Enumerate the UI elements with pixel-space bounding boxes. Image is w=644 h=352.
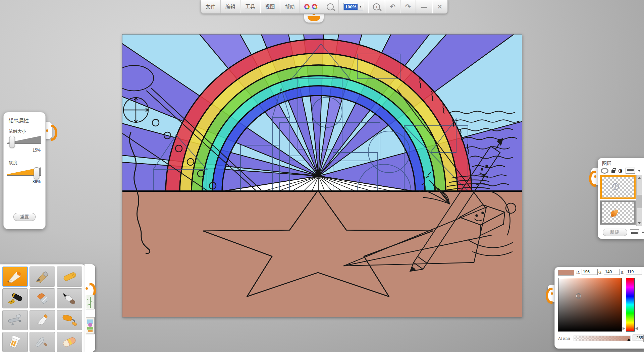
- tool-ink-brush[interactable]: [57, 288, 82, 308]
- alpha-label: Alpha: [558, 336, 571, 341]
- tool-palette-panel: [0, 264, 85, 352]
- tool-paint-roller[interactable]: [57, 310, 82, 330]
- brush-size-slider[interactable]: [7, 136, 41, 146]
- panel-handle-icon[interactable]: [45, 122, 52, 139]
- blue-input[interactable]: [626, 269, 642, 275]
- softness-label: 软度: [9, 160, 17, 166]
- wood-pencil-icon: [34, 270, 51, 283]
- alpha-marker-icon[interactable]: [627, 338, 631, 341]
- tool-sharp-pencil[interactable]: [2, 267, 28, 287]
- scene-icon: [86, 317, 94, 334]
- reset-button[interactable]: 重置: [13, 213, 36, 221]
- layer-row-1[interactable]: [600, 175, 636, 199]
- layer-1-sketch: [602, 177, 634, 197]
- drawing-canvas[interactable]: [122, 34, 522, 317]
- zoom-dropdown-icon[interactable]: ▾: [358, 3, 363, 10]
- hue-bar[interactable]: [626, 278, 635, 332]
- pencil-properties-panel: 铅笔属性 笔触大小 15% 软度 86% 重置: [3, 112, 46, 229]
- bamboo-preset-thumbnail[interactable]: [86, 295, 95, 309]
- pencil-panel-title: 铅笔属性: [9, 118, 29, 124]
- layer-1-thumbnail: [602, 177, 634, 197]
- current-color-swatch: [558, 270, 574, 276]
- layer-row-2[interactable]: [600, 200, 636, 225]
- hue-marker-left-icon[interactable]: [623, 327, 625, 330]
- redo-button[interactable]: ↷: [400, 0, 416, 13]
- layers-panel: 图层 ◑ 新建: [598, 158, 644, 239]
- clown-pinwheel-eye-left-icon: [304, 4, 310, 10]
- tool-airbrush[interactable]: [2, 310, 28, 330]
- tool-palette-knife[interactable]: [30, 332, 55, 352]
- sharp-pencil-icon: [6, 270, 24, 283]
- undo-button[interactable]: ↶: [385, 0, 400, 13]
- layer-visibility-icon[interactable]: [601, 168, 608, 174]
- clown-pinwheel-eye-right-icon: [312, 4, 318, 10]
- new-layer-button[interactable]: 新建: [603, 229, 627, 236]
- brush-size-value: 15%: [33, 148, 41, 153]
- tool-wood-pencil[interactable]: [30, 267, 55, 287]
- tool-paint-tube[interactable]: [30, 310, 55, 330]
- crayon-icon: [61, 270, 78, 283]
- color-cursor-icon[interactable]: [576, 294, 581, 298]
- layer-2-thumbnail: [602, 202, 634, 223]
- minimize-icon: —: [421, 3, 427, 11]
- close-button[interactable]: ✕: [432, 0, 447, 13]
- softness-slider-handle[interactable]: [34, 167, 39, 179]
- saturation-value-picker[interactable]: [558, 278, 622, 332]
- blue-label: B:: [621, 270, 625, 275]
- tool-grid: [2, 267, 82, 352]
- paint-tube-icon: [34, 313, 51, 327]
- clown-smile-icon: [308, 16, 320, 21]
- zoom-out-button[interactable]: −: [322, 0, 339, 13]
- hue-marker-right-icon[interactable]: [635, 327, 638, 330]
- tool-flat-brush[interactable]: [30, 288, 55, 308]
- undo-icon: ↶: [390, 3, 395, 11]
- tool-palette-tab[interactable]: [85, 264, 95, 352]
- redo-icon: ↷: [405, 3, 411, 11]
- tool-eraser[interactable]: [57, 332, 82, 352]
- red-input[interactable]: [582, 269, 598, 275]
- layer-unlock-icon[interactable]: [611, 170, 615, 173]
- new-layer-dropdown-icon[interactable]: [642, 232, 644, 233]
- tool-fountain-pen[interactable]: [2, 288, 28, 308]
- alpha-slider[interactable]: [574, 336, 631, 341]
- menu-edit[interactable]: 编辑: [221, 0, 240, 13]
- green-label: G:: [598, 270, 603, 275]
- airbrush-icon: [6, 313, 24, 327]
- canvas-artwork: [122, 35, 522, 317]
- zoom-in-button[interactable]: +: [368, 0, 385, 13]
- brush-size-slider-handle[interactable]: [9, 136, 15, 148]
- softness-slider[interactable]: [7, 167, 41, 177]
- menu-file[interactable]: 文件: [201, 0, 221, 13]
- softness-value: 86%: [33, 179, 41, 184]
- close-icon: ✕: [437, 3, 443, 11]
- zoom-level-value: 100%: [344, 4, 358, 10]
- scroll-up-icon[interactable]: [637, 175, 642, 180]
- tool-paint-jar[interactable]: [2, 332, 28, 352]
- layer-list: [600, 175, 636, 226]
- zoom-level-combo[interactable]: 100% ▾: [339, 0, 368, 13]
- main-toolbar: 文件 编辑 工具 视图 帮助 − 100% ▾ + ↶ ↷ — ✕: [201, 0, 448, 14]
- layers-panel-title: 图层: [602, 161, 611, 167]
- new-layer-menu-icon[interactable]: [630, 229, 639, 235]
- layer-controls: ◑: [601, 168, 641, 174]
- scroll-down-icon[interactable]: [637, 221, 642, 226]
- scrollbar-thumb[interactable]: [637, 195, 642, 208]
- layer-opacity-icon[interactable]: ◑: [618, 168, 623, 173]
- paint-roller-icon: [61, 313, 78, 327]
- layers-panel-handle-icon[interactable]: [591, 168, 598, 185]
- menu-view[interactable]: 视图: [260, 0, 280, 13]
- clown-smile-tab[interactable]: [304, 13, 324, 23]
- ink-brush-icon: [61, 292, 78, 305]
- layer-list-scrollbar[interactable]: [636, 175, 642, 226]
- menu-tools[interactable]: 工具: [240, 0, 260, 13]
- minimize-button[interactable]: —: [416, 0, 432, 13]
- layer-menu-dropdown-icon[interactable]: [638, 170, 641, 172]
- tool-crayon[interactable]: [57, 267, 82, 287]
- layer-menu-icon[interactable]: [626, 168, 635, 174]
- menu-help[interactable]: 帮助: [280, 0, 300, 13]
- green-input[interactable]: [604, 269, 620, 275]
- scene-preset-thumbnail[interactable]: [86, 317, 95, 334]
- color-panel-handle-icon[interactable]: [548, 285, 555, 302]
- flat-brush-icon: [34, 292, 51, 305]
- alpha-value[interactable]: 255: [633, 335, 644, 341]
